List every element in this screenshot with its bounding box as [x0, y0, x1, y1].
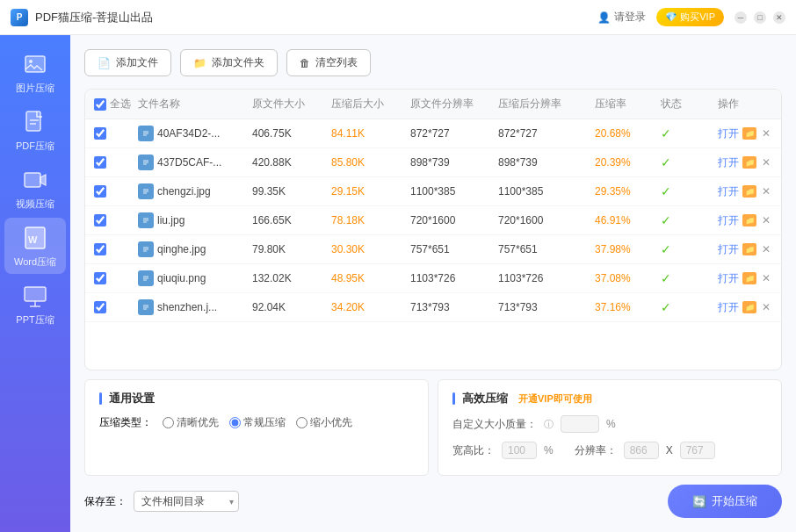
open-button[interactable]: 打开	[718, 213, 739, 228]
res-width-input[interactable]	[624, 442, 659, 459]
svg-text:W: W	[28, 234, 38, 245]
folder-button[interactable]: 📁	[742, 185, 756, 198]
open-button[interactable]: 打开	[718, 300, 739, 315]
row-orig-res: 720*1600	[410, 214, 498, 226]
titlebar: P PDF猫压缩-菩提山出品 👤 请登录 💎 购买VIP ─ □ ✕	[0, 0, 796, 35]
info-icon[interactable]: ⓘ	[544, 418, 554, 431]
row-filename: 437D5CAF-...	[138, 155, 252, 170]
clear-list-button[interactable]: 🗑 清空列表	[286, 49, 371, 76]
delete-button[interactable]: ✕	[762, 272, 771, 284]
general-settings: 通用设置 压缩类型： 清晰优先 常规压缩	[84, 379, 429, 476]
row-orig-size: 166.65K	[252, 214, 331, 226]
radio-normal[interactable]: 常规压缩	[229, 415, 286, 430]
delete-button[interactable]: ✕	[762, 127, 771, 140]
file-table: 全选 文件名称 原文件大小 压缩后大小 原文件分辨率 压缩后分辨率 压缩率 状态…	[84, 89, 782, 370]
row-comp-res: 720*1600	[498, 214, 595, 226]
vip-link[interactable]: 开通VIP即可使用	[518, 392, 592, 406]
compress-type-label: 压缩类型：	[99, 415, 152, 430]
row-action: 打开 📁 ✕	[718, 213, 781, 228]
svg-point-1	[29, 60, 33, 63]
ratio-input[interactable]	[502, 442, 537, 459]
row-filename: qiuqiu.png	[138, 270, 252, 286]
delete-button[interactable]: ✕	[762, 243, 771, 255]
row-orig-size: 132.02K	[252, 272, 331, 284]
open-button[interactable]: 打开	[718, 184, 739, 199]
delete-button[interactable]: ✕	[762, 301, 771, 313]
radio-clear[interactable]: 清晰优先	[163, 415, 219, 430]
row-checkbox[interactable]	[94, 127, 106, 140]
file-type-icon	[138, 270, 154, 286]
folder-button[interactable]: 📁	[742, 243, 756, 255]
open-button[interactable]: 打开	[718, 242, 739, 257]
folder-button[interactable]: 📁	[742, 272, 756, 284]
word-icon: W	[21, 224, 49, 252]
app-icon: P	[11, 9, 28, 26]
delete-button[interactable]: ✕	[762, 185, 771, 198]
table-row: shenzhen.j... 92.04K 34.20K 713*793 713*…	[85, 293, 781, 322]
folder-button[interactable]: 📁	[742, 156, 756, 169]
row-comp-size: 85.80K	[331, 156, 410, 169]
close-button[interactable]: ✕	[773, 11, 785, 24]
open-button[interactable]: 打开	[718, 155, 739, 170]
row-ratio: 29.35%	[595, 185, 661, 198]
sidebar-label-image: 图片压缩	[16, 82, 54, 95]
vip-button[interactable]: 💎 购买VIP	[656, 8, 724, 26]
start-compress-button[interactable]: 🔄 开始压缩	[668, 485, 782, 518]
row-status: ✓	[661, 184, 718, 198]
high-compress-title: 高效压缩 开通VIP即可使用	[452, 391, 767, 406]
row-checkbox-cell	[94, 301, 138, 313]
open-button[interactable]: 打开	[718, 126, 739, 141]
row-checkbox[interactable]	[94, 214, 106, 226]
folder-button[interactable]: 📁	[742, 214, 756, 226]
table-header: 全选 文件名称 原文件大小 压缩后大小 原文件分辨率 压缩后分辨率 压缩率 状态…	[85, 90, 781, 119]
select-all-checkbox[interactable]	[94, 98, 106, 111]
add-folder-button[interactable]: 📁 添加文件夹	[180, 49, 278, 76]
sidebar-item-pdf[interactable]: PDF压缩	[4, 102, 66, 158]
titlebar-right: 👤 请登录 💎 购买VIP ─ □ ✕	[597, 8, 785, 26]
sidebar-item-image[interactable]: 图片压缩	[4, 44, 66, 100]
row-filename: liu.jpg	[138, 212, 252, 228]
file-type-icon	[138, 299, 154, 315]
header-select-all[interactable]: 全选	[94, 97, 138, 111]
quality-input[interactable]	[561, 415, 599, 433]
row-status: ✓	[661, 213, 718, 227]
save-select[interactable]: 文件相同目录	[134, 491, 239, 512]
row-comp-size: 29.15K	[331, 185, 410, 198]
folder-button[interactable]: 📁	[742, 301, 756, 313]
minimize-button[interactable]: ─	[734, 11, 747, 24]
trash-icon: 🗑	[300, 57, 310, 69]
header-status: 状态	[661, 97, 718, 111]
row-checkbox[interactable]	[94, 272, 106, 284]
user-icon: 👤	[597, 11, 611, 24]
delete-button[interactable]: ✕	[762, 156, 771, 169]
row-comp-res: 1103*726	[498, 272, 595, 284]
maximize-button[interactable]: □	[754, 11, 766, 24]
row-checkbox[interactable]	[94, 301, 106, 313]
open-button[interactable]: 打开	[718, 271, 739, 286]
login-button[interactable]: 👤 请登录	[597, 10, 646, 25]
row-action: 打开 📁 ✕	[718, 126, 781, 141]
res-height-input[interactable]	[680, 442, 715, 459]
row-comp-res: 713*793	[498, 301, 595, 313]
ratio-field: 宽高比： %	[452, 442, 554, 459]
add-file-button[interactable]: 📄 添加文件	[84, 49, 171, 76]
folder-button[interactable]: 📁	[742, 127, 756, 140]
radio-small[interactable]: 缩小优先	[296, 415, 352, 430]
row-status: ✓	[661, 300, 718, 314]
table-row: 40AF34D2-... 406.75K 84.11K 872*727 872*…	[85, 119, 781, 148]
delete-button[interactable]: ✕	[762, 214, 771, 226]
sidebar-item-video[interactable]: 视频压缩	[4, 160, 66, 216]
svg-rect-3	[25, 173, 40, 187]
row-filename: 40AF34D2-...	[138, 126, 252, 141]
row-filename-text: shenzhen.j...	[157, 301, 217, 313]
row-checkbox[interactable]	[94, 156, 106, 169]
sidebar-item-word[interactable]: W Word压缩	[4, 218, 66, 274]
row-status: ✓	[661, 126, 718, 140]
quality-field: 自定义大小质量： ⓘ %	[452, 415, 616, 433]
row-comp-size: 78.18K	[331, 214, 410, 226]
toolbar: 📄 添加文件 📁 添加文件夹 🗑 清空列表	[84, 49, 782, 76]
sidebar-item-ppt[interactable]: PPT压缩	[4, 276, 66, 332]
row-checkbox[interactable]	[94, 185, 106, 198]
file-type-icon	[138, 212, 154, 228]
row-checkbox[interactable]	[94, 243, 106, 255]
